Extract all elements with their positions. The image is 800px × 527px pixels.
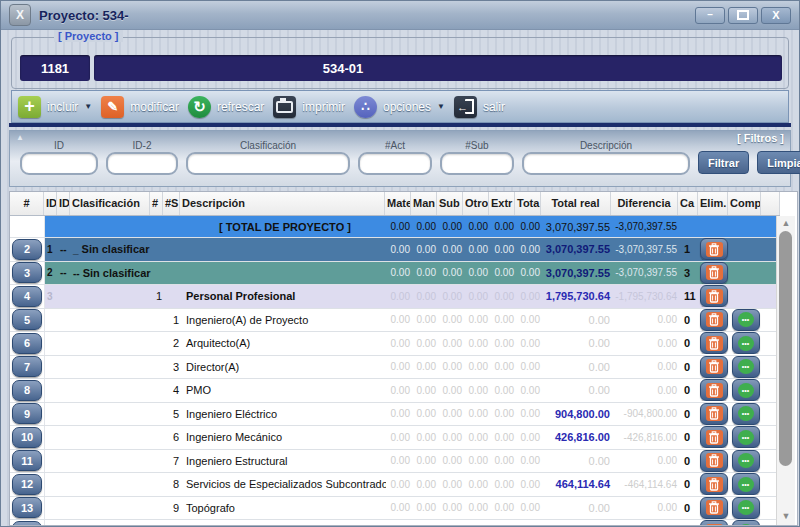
table-row: 32----Sin clasificar0.000.000.000.000.00… xyxy=(10,262,780,286)
delete-button[interactable] xyxy=(700,238,728,260)
column-header-#[interactable]: # xyxy=(150,192,163,215)
delete-button[interactable] xyxy=(700,332,728,354)
table-row: 21--_Sin clasificar0.000.000.000.000.000… xyxy=(10,238,780,262)
filter-input-ID[interactable] xyxy=(20,152,98,175)
complements-button[interactable]: ••• xyxy=(732,497,760,519)
maximize-icon xyxy=(737,10,749,20)
column-header-ID[interactable]: ID xyxy=(57,192,70,215)
filter-input-Descripción[interactable] xyxy=(522,152,690,175)
row-number-button[interactable]: 14 xyxy=(12,521,42,526)
row-number-button[interactable]: 5 xyxy=(12,309,42,330)
column-header-Elim.[interactable]: Elim. xyxy=(698,192,728,215)
delete-button[interactable] xyxy=(700,450,728,472)
filter-input-ID-2[interactable] xyxy=(106,152,178,175)
close-button[interactable]: X xyxy=(761,7,791,24)
separator-band xyxy=(9,123,791,127)
complements-button[interactable]: ••• xyxy=(732,332,760,354)
complements-button[interactable]: ••• xyxy=(732,403,760,425)
classification-label: Sin clasificar xyxy=(82,243,150,255)
column-header-Mate[interactable]: Mate xyxy=(385,192,411,215)
filter-input-Clasificación[interactable] xyxy=(186,152,350,175)
toolbar-label: salir xyxy=(483,100,505,114)
refresh-icon: ↻ xyxy=(188,96,211,118)
row-number-button[interactable]: 6 xyxy=(12,333,42,354)
complements-button[interactable]: ••• xyxy=(732,356,760,378)
delete-button[interactable] xyxy=(700,356,728,378)
filter-field-Descripción: Descripción xyxy=(522,140,690,175)
toolbar-button-opciones[interactable]: ∴opciones▼ xyxy=(354,96,445,118)
delete-button[interactable] xyxy=(700,379,728,401)
clear-button[interactable]: Limpiar xyxy=(757,151,800,174)
toolbar-button-salir[interactable]: ←salir xyxy=(454,96,505,118)
delete-button[interactable] xyxy=(700,309,728,331)
column-header-#S[interactable]: #S xyxy=(163,192,180,215)
table-row: 106Ingeniero Mecánico0.000.000.000.000.0… xyxy=(10,426,780,450)
ellipsis-icon: ••• xyxy=(738,312,754,327)
delete-button[interactable] xyxy=(700,520,728,526)
row-number-button[interactable]: 7 xyxy=(12,356,42,377)
minimize-button[interactable]: – xyxy=(695,7,725,24)
toolbar-button-modificar[interactable]: ✎modificar xyxy=(101,96,179,118)
complements-button[interactable]: ••• xyxy=(732,450,760,472)
delete-button[interactable] xyxy=(700,403,728,425)
column-header-#[interactable]: # xyxy=(10,192,44,215)
column-header-Descripción[interactable]: Descripción xyxy=(180,192,385,215)
project-groupbox: [ Proyecto ] 1181 534-01 xyxy=(11,37,789,89)
vertical-scrollbar[interactable]: ▲ ▼ xyxy=(776,216,795,525)
column-header-Sub[interactable]: Sub xyxy=(437,192,463,215)
column-header-Ca[interactable]: Ca xyxy=(678,192,698,215)
dropdown-arrow-icon[interactable]: ▼ xyxy=(84,102,92,111)
scroll-up-icon[interactable]: ▲ xyxy=(777,216,795,230)
filter-button[interactable]: Filtrar xyxy=(698,151,749,174)
delete-button[interactable] xyxy=(700,285,728,307)
dropdown-arrow-icon[interactable]: ▼ xyxy=(437,102,445,111)
column-header-Clasificación[interactable]: Clasificación xyxy=(70,192,150,215)
complements-button[interactable]: ••• xyxy=(732,309,760,331)
filter-input-#Act[interactable] xyxy=(358,152,432,175)
column-header-Extr[interactable]: Extr xyxy=(489,192,515,215)
toolbar-button-incluir[interactable]: +incluir▼ xyxy=(18,96,92,118)
row-number-button[interactable]: 12 xyxy=(12,474,42,495)
delete-button[interactable] xyxy=(700,473,728,495)
complements-button[interactable]: ••• xyxy=(732,426,760,448)
grid-header: #IDIDClasificación##SDescripciónMateManS… xyxy=(10,192,780,216)
column-header-Total real[interactable]: Total real xyxy=(541,192,611,215)
row-number-button[interactable]: 3 xyxy=(12,262,42,283)
table-row: 1410Dibujante0.000.000.000.000.000.000.0… xyxy=(10,520,780,526)
column-header-Comp[interactable]: Comp xyxy=(728,192,761,215)
column-header-Diferencia[interactable]: Diferencia xyxy=(611,192,678,215)
column-header-Tota[interactable]: Tota xyxy=(515,192,541,215)
maximize-button[interactable] xyxy=(728,7,758,24)
trash-icon xyxy=(706,453,723,468)
toolbar-label: refrescar xyxy=(217,100,264,114)
plus-icon: + xyxy=(18,96,41,118)
trash-icon xyxy=(706,289,723,304)
column-header-ID[interactable]: ID xyxy=(44,192,57,215)
toolbar-button-refrescar[interactable]: ↻refrescar xyxy=(188,96,264,118)
row-number-button[interactable]: 13 xyxy=(12,497,42,518)
delete-button[interactable] xyxy=(700,426,728,448)
toolbar-button-imprimir[interactable]: imprimir xyxy=(273,96,345,118)
ellipsis-icon: ••• xyxy=(738,524,754,526)
app-icon: X xyxy=(9,4,31,26)
scrollbar-thumb[interactable] xyxy=(779,231,792,466)
row-number-button[interactable]: 9 xyxy=(12,403,42,424)
ellipsis-icon: ••• xyxy=(738,359,754,374)
complements-button[interactable]: ••• xyxy=(732,379,760,401)
delete-button[interactable] xyxy=(700,497,728,519)
filter-input-#Sub[interactable] xyxy=(440,152,514,175)
complements-button[interactable]: ••• xyxy=(732,473,760,495)
column-header-Otro[interactable]: Otro xyxy=(463,192,489,215)
row-number-button[interactable]: 2 xyxy=(12,239,42,260)
filter-field-#Sub: #Sub xyxy=(440,140,514,175)
window-controls: – X xyxy=(695,7,793,24)
row-number-button[interactable]: 8 xyxy=(12,380,42,401)
row-number-button[interactable]: 10 xyxy=(12,427,42,448)
complements-button[interactable]: ••• xyxy=(732,520,760,526)
row-number-button[interactable]: 11 xyxy=(12,450,42,471)
row-number-button[interactable]: 4 xyxy=(12,286,42,307)
delete-button[interactable] xyxy=(700,262,728,284)
filter-field-#Act: #Act xyxy=(358,140,432,175)
scroll-down-icon[interactable]: ▼ xyxy=(777,509,795,523)
column-header-Man[interactable]: Man xyxy=(411,192,437,215)
